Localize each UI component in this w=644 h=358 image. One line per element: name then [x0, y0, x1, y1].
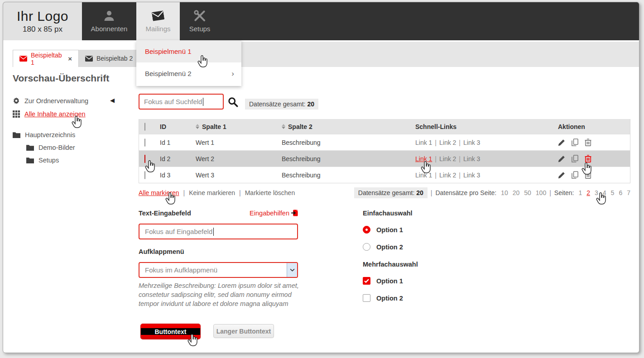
search-icon[interactable]: [228, 97, 238, 107]
total-records-label: Datensätze gesamt:: [249, 100, 306, 108]
per-page-option-10[interactable]: 10: [501, 189, 508, 196]
delete-icon[interactable]: [584, 171, 592, 179]
checkbox-checked[interactable]: [363, 277, 370, 285]
page-5[interactable]: 5: [611, 189, 615, 196]
nav-item-mailings[interactable]: Mailings: [136, 2, 180, 40]
quick-link-2[interactable]: Link 2: [439, 139, 456, 146]
delete-icon-hover[interactable]: [584, 155, 592, 162]
nav-item-abonnenten[interactable]: Abonnenten: [82, 2, 136, 40]
sidebar-item-label: Zur Ordnerverwaltung: [24, 97, 88, 105]
dropdown-select[interactable]: Fokus im Aufklappmenü: [139, 262, 298, 278]
option-label: Option 1: [376, 277, 403, 285]
sidebar-item-ordnerverwaltung[interactable]: Zur Ordnerverwaltung: [13, 97, 88, 105]
page-6[interactable]: 6: [619, 189, 622, 196]
envelope-icon: [85, 56, 93, 62]
select-all-checkbox[interactable]: [144, 123, 145, 131]
tools-icon: [194, 10, 206, 22]
pages-label: Seiten:: [554, 189, 574, 196]
secondary-button[interactable]: Langer Buttontext: [213, 324, 274, 338]
close-icon[interactable]: ×: [68, 55, 72, 62]
envelope-icon: [151, 9, 165, 23]
delete-marked-link[interactable]: Markierte löschen: [245, 189, 295, 196]
per-page-option-50[interactable]: 50: [524, 189, 531, 196]
app-window: Ihr Logo 180 x 85 px Abonnenten Mailings…: [3, 2, 639, 353]
cell-spalte2: Beschreibung: [282, 139, 415, 146]
mailings-dropdown-menu: Beispielmenü 1 Beispielmenü 2 ›: [136, 40, 241, 86]
folder-icon: [26, 144, 34, 151]
edit-icon[interactable]: [558, 155, 566, 162]
quick-link-1[interactable]: Link 1: [415, 172, 432, 179]
row-checkbox[interactable]: [144, 171, 145, 179]
delete-icon[interactable]: [584, 138, 592, 146]
sort-icons[interactable]: [196, 124, 199, 129]
checkbox-unchecked[interactable]: [363, 294, 370, 302]
search-placeholder: Fokus auf Suchfeld: [144, 98, 202, 105]
option-label: Option 1: [376, 226, 403, 234]
table-row: Id 3 Wert 3 Beschreibung Link 1|Link 2|L…: [139, 167, 630, 183]
menu-item-label: Beispielmenü 2: [145, 70, 192, 77]
page-7[interactable]: 7: [627, 189, 630, 196]
collapse-sidebar-arrow[interactable]: ◀: [110, 97, 115, 104]
select-field-label: Aufklappmenü: [139, 248, 184, 255]
radio-checked[interactable]: [363, 226, 370, 234]
secondary-button-label: Langer Buttontext: [216, 328, 271, 335]
column-header-spalte2[interactable]: Spalte 2: [288, 123, 312, 130]
check-icon: [364, 279, 369, 283]
folder-icon: [13, 132, 20, 138]
sidebar-item-alle-inhalte[interactable]: Alle Inhalte anzeigen: [13, 110, 86, 118]
nav-label: Mailings: [145, 25, 170, 33]
row-checkbox-checked[interactable]: [144, 155, 145, 163]
quick-link-3[interactable]: Link 3: [463, 155, 480, 162]
page-title: Vorschau-Überschrift: [13, 73, 109, 84]
column-header-id[interactable]: ID: [160, 123, 196, 130]
quick-link-3[interactable]: Link 3: [463, 172, 480, 179]
table-row: Id 1 Wert 1 Beschreibung Link 1|Link 2|L…: [139, 134, 630, 150]
column-header-spalte1[interactable]: Spalte 1: [202, 123, 226, 130]
folder-demo-bilder[interactable]: Demo-Bilder: [26, 144, 75, 151]
copy-icon[interactable]: [571, 171, 579, 179]
page-2-current[interactable]: 2: [586, 189, 590, 196]
per-page-option-20[interactable]: 20: [513, 189, 520, 196]
logo-title: Ihr Logo: [17, 9, 68, 24]
logo[interactable]: Ihr Logo 180 x 85 px: [3, 2, 82, 40]
edit-icon[interactable]: [558, 171, 566, 179]
quick-link-1[interactable]: Link 1: [415, 139, 432, 146]
quick-link-2[interactable]: Link 2: [439, 172, 456, 179]
total-records-badge: Datensätze gesamt: 20: [354, 187, 428, 198]
tab-beispieltab-1[interactable]: Beispieltab 1 ×: [13, 50, 79, 67]
quick-link-3[interactable]: Link 3: [463, 139, 480, 146]
per-page-option-100[interactable]: 100: [536, 189, 546, 196]
field-description: Mehrzeilige Beschreibung: Lorem ipsum do…: [139, 281, 300, 308]
table-footer: Alle markieren | Keine markieren | Marki…: [139, 187, 630, 198]
row-checkbox[interactable]: [144, 138, 145, 147]
folder-setups[interactable]: Setups: [26, 157, 59, 164]
text-input[interactable]: Fokus auf Eingabefeld: [139, 224, 298, 239]
input-helper-link[interactable]: Eingabehilfen: [139, 210, 298, 217]
page-3[interactable]: 3: [595, 189, 598, 196]
menu-item-beispielmenu-2[interactable]: Beispielmenü 2 ›: [136, 62, 241, 85]
sort-icons[interactable]: [282, 124, 285, 129]
tab-strip: Beispieltab 2 Beispieltab 1 ×: [3, 40, 639, 67]
radio-unchecked[interactable]: [363, 243, 370, 251]
copy-icon[interactable]: [571, 138, 579, 146]
search-input[interactable]: Fokus auf Suchfeld: [139, 94, 224, 110]
select-none-link[interactable]: Keine markieren: [189, 189, 235, 196]
tab-label: Beispieltab 1: [31, 52, 62, 66]
page-4[interactable]: 4: [603, 189, 606, 196]
edit-icon[interactable]: [558, 138, 566, 146]
nav-item-setups[interactable]: Setups: [180, 2, 220, 40]
select-arrow-button[interactable]: [287, 263, 297, 277]
helper-link-label: Eingabehilfen: [250, 210, 289, 217]
page-1[interactable]: 1: [578, 189, 582, 196]
quick-link-2[interactable]: Link 2: [439, 155, 456, 162]
select-value: Fokus im Aufklappmenü: [145, 266, 217, 274]
copy-icon[interactable]: [571, 155, 579, 162]
quick-link-1-hover[interactable]: Link 1: [415, 155, 432, 162]
total-records-badge: Datensätze gesamt: 20: [245, 99, 318, 110]
menu-item-label: Beispielmenü 1: [145, 48, 192, 55]
folder-hauptverzeichnis[interactable]: Hauptverzeichnis: [13, 131, 75, 138]
select-all-link[interactable]: Alle markieren: [139, 189, 179, 196]
menu-item-beispielmenu-1[interactable]: Beispielmenü 1: [136, 40, 241, 62]
primary-button[interactable]: Buttontext: [141, 324, 200, 339]
cell-id: Id 2: [160, 155, 196, 162]
